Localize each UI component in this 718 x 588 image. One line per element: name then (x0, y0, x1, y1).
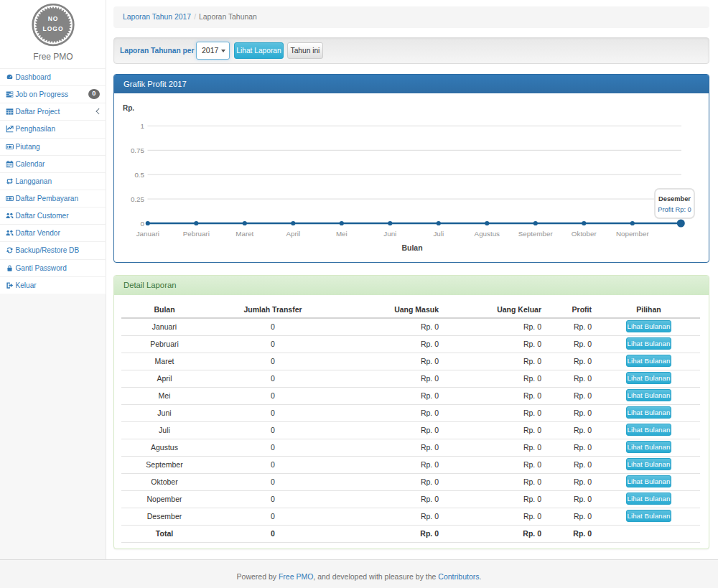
svg-text:Juni: Juni (383, 230, 396, 238)
svg-text:Agustus: Agustus (475, 230, 500, 238)
svg-text:Oktober: Oktober (572, 230, 597, 238)
svg-text:NO: NO (48, 15, 59, 22)
svg-text:Januari: Januari (136, 230, 159, 238)
svg-text:Pebruari: Pebruari (183, 230, 210, 238)
svg-text:April: April (286, 230, 300, 238)
svg-text:September: September (518, 230, 554, 238)
svg-text:Rp.: Rp. (123, 104, 134, 112)
svg-text:0.25: 0.25 (131, 195, 145, 203)
svg-text:0.75: 0.75 (131, 146, 145, 154)
svg-text:Juli: Juli (433, 230, 444, 238)
svg-text:Nopember: Nopember (616, 230, 649, 238)
svg-text:Desember: Desember (658, 195, 691, 202)
svg-text:Mei: Mei (336, 230, 348, 238)
svg-text:Profit Rp: 0: Profit Rp: 0 (658, 206, 691, 213)
svg-text:Bulan: Bulan (401, 243, 422, 252)
svg-text:Maret: Maret (236, 230, 253, 238)
svg-text:LOGO: LOGO (42, 25, 63, 32)
svg-text:0: 0 (141, 220, 145, 228)
svg-text:0.5: 0.5 (134, 171, 144, 179)
svg-text:1: 1 (141, 122, 144, 130)
